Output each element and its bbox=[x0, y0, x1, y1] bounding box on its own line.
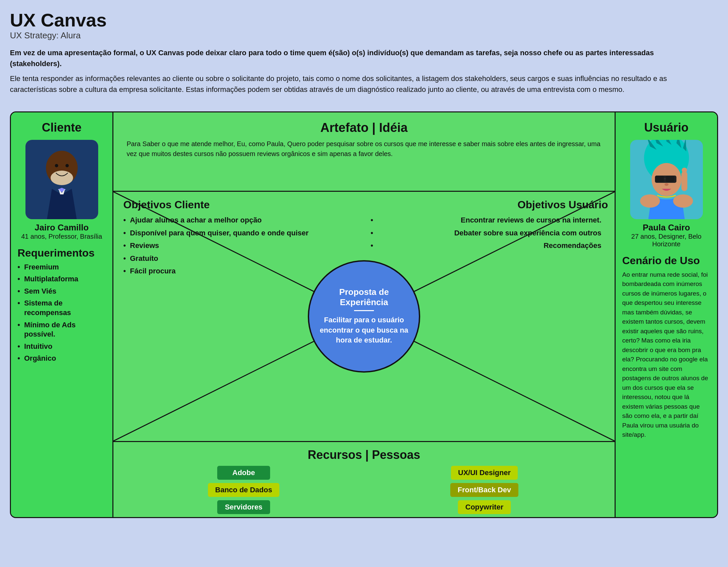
artefato-title: Artefato | Idéia bbox=[127, 121, 601, 135]
req-item: Sem Viés bbox=[18, 287, 106, 296]
experience-circle: Proposta de Experiência Facilitar para o… bbox=[308, 260, 420, 373]
req-item: Multiplataforma bbox=[18, 274, 106, 284]
experience-circle-wrapper: Proposta de Experiência Facilitar para o… bbox=[308, 260, 420, 373]
resource-tag-administradores: Administradores bbox=[448, 517, 521, 518]
obj-cliente-item: Ajudar alunos a achar a melhor opção bbox=[123, 216, 357, 225]
svg-point-24 bbox=[665, 183, 668, 186]
proposta-title: Proposta de Experiência bbox=[316, 287, 412, 307]
svg-point-28 bbox=[682, 168, 687, 173]
req-item: Freemium bbox=[18, 263, 106, 272]
ux-canvas: Cliente Jairo Cam bbox=[10, 111, 718, 518]
resource-tag-uxui: UX/UI Designer bbox=[451, 466, 518, 480]
req-item: Mínimo de Ads possível. bbox=[18, 320, 106, 339]
page-title: UX Canvas bbox=[10, 10, 718, 30]
user-info: 27 anos, Designer, Belo Horizonte bbox=[622, 233, 710, 248]
obj-usuario-item: Debater sobre sua experiência com outros bbox=[371, 228, 608, 238]
svg-rect-21 bbox=[655, 176, 664, 182]
svg-point-25 bbox=[640, 194, 660, 208]
description-2: Ele tenta responder as informações relev… bbox=[10, 73, 704, 95]
cenario-title: Cenário de Uso bbox=[622, 255, 710, 267]
req-item: Intuitivo bbox=[18, 342, 106, 351]
obj-usuario-list: Encontrar reviews de cursos na internet.… bbox=[371, 216, 608, 251]
obj-cliente-item: Reviews bbox=[123, 241, 357, 251]
user-name: Paula Cairo bbox=[622, 223, 710, 233]
resource-tag-adobe: Adobe bbox=[217, 466, 270, 480]
proposta-text: Facilitar para o usuário encontrar o que… bbox=[316, 315, 412, 345]
artefato-section: Artefato | Idéia Para Saber o que me ate… bbox=[113, 112, 615, 192]
circle-divider bbox=[354, 310, 374, 311]
svg-rect-22 bbox=[666, 176, 674, 182]
cenario-text: Ao entrar numa rede social, foi bombarde… bbox=[622, 270, 710, 440]
obj-usuario-title: Objetivos Usuário bbox=[371, 198, 608, 211]
reqs-list: Freemium Multiplataforma Sem Viés Sistem… bbox=[18, 263, 106, 366]
client-info: 41 anos, Professor, Brasília bbox=[18, 233, 106, 240]
usuario-title: Usuário bbox=[622, 121, 710, 135]
svg-point-4 bbox=[65, 164, 69, 167]
resource-tag-banco: Banco de Dados bbox=[208, 483, 279, 497]
user-photo bbox=[630, 140, 703, 219]
req-item: Sistema de recompensas bbox=[18, 299, 106, 317]
middle-column: Artefato | Idéia Para Saber o que me ate… bbox=[113, 112, 615, 517]
description-1: Em vez de uma apresentação formal, o UX … bbox=[10, 47, 704, 69]
requerimentos-title: Requerimentos bbox=[18, 247, 106, 259]
recursos-right: UX/UI Designer Front/Back Dev Copywriter… bbox=[371, 466, 598, 518]
resource-tag-copywriter: Copywriter bbox=[458, 500, 511, 514]
client-photo bbox=[25, 140, 98, 219]
svg-point-3 bbox=[55, 164, 58, 167]
obj-usuario-item: Recomendações bbox=[371, 241, 608, 251]
recursos-left: Adobe Banco de Dados Servidores bbox=[130, 466, 357, 518]
req-item: Orgânico bbox=[18, 354, 106, 363]
recursos-section: Recursos | Pessoas Adobe Banco de Dados … bbox=[113, 441, 615, 517]
page-subtitle: UX Strategy: Alura bbox=[10, 30, 718, 41]
client-name: Jairo Camillo bbox=[18, 223, 106, 233]
right-column: Usuário bbox=[615, 112, 717, 517]
middle-center-section: Objetivos Cliente Ajudar alunos a achar … bbox=[113, 192, 615, 441]
svg-rect-27 bbox=[681, 171, 687, 191]
recursos-title: Recursos | Pessoas bbox=[123, 448, 605, 462]
obj-usuario-item: Encontrar reviews de cursos na internet. bbox=[371, 216, 608, 225]
obj-cliente-item: Disponível para quem quiser, quando e on… bbox=[123, 228, 357, 238]
artefato-text: Para Saber o que me atende melhor, Eu, c… bbox=[127, 139, 601, 159]
recursos-grid: Adobe Banco de Dados Servidores UX/UI De… bbox=[123, 466, 605, 518]
obj-cliente-title: Objetivos Cliente bbox=[123, 198, 357, 211]
cliente-title: Cliente bbox=[18, 121, 106, 135]
left-column: Cliente Jairo Cam bbox=[11, 112, 113, 517]
svg-point-26 bbox=[673, 194, 693, 208]
header-section: UX Canvas UX Strategy: Alura Em vez de u… bbox=[10, 7, 718, 105]
resource-tag-frontback: Front/Back Dev bbox=[450, 483, 518, 497]
resource-tag-servidores: Servidores bbox=[217, 500, 270, 514]
svg-point-2 bbox=[51, 171, 73, 185]
